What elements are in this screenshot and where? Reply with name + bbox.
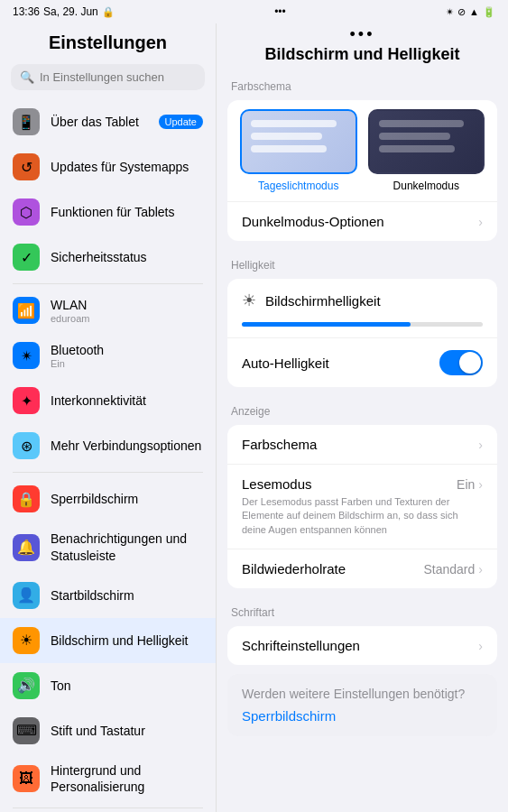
benachrichtigungen-label: Benachrichtigungen und Statusleiste	[51, 531, 203, 563]
lesemodus-label: Lesemodus	[242, 476, 312, 492]
stift-icon: ⌨	[13, 717, 40, 744]
update-badge: Update	[159, 115, 203, 129]
brightness-slider-row	[227, 322, 497, 337]
helligkeit-card: ☀ Bildschirmhelligkeit Auto-Helligkeit	[227, 279, 497, 387]
sidebar-item-stift[interactable]: ⌨ Stift und Tastatur	[0, 708, 216, 753]
dark-label: Dunkelmodus	[393, 180, 459, 192]
sperrbildschirm-label: Sperrbildschirm	[51, 491, 203, 507]
sidebar-item-funktionen[interactable]: ⬡ Funktionen für Tablets	[0, 189, 216, 235]
stift-label: Stift und Tastatur	[51, 723, 203, 739]
bildwiederholrate-label: Bildwiederholrate	[242, 561, 346, 577]
startbildschirm-label: Startbildschirm	[51, 587, 203, 604]
sidebar-item-updates[interactable]: ↺ Updates für Systemapps	[0, 144, 216, 189]
farbschema-card: Tageslichtmodus Dunkelmodus Dunkelmodus-…	[227, 100, 497, 241]
scheme-dark[interactable]: Dunkelmodus	[368, 109, 485, 192]
suggestion-card: Werden weitere Einstellungen benötigt? S…	[227, 674, 497, 736]
sperrbildschirm-icon: 🔒	[13, 485, 40, 512]
schrifteinstellungen-label: Schrifteinstellungen	[242, 638, 360, 653]
auto-helligkeit-label: Auto-Helligkeit	[242, 355, 329, 371]
bluetooth-status-icon: ✴	[446, 6, 454, 18]
status-icons: ✴ ⊘ ▲ 🔋	[446, 6, 495, 18]
benachrichtigungen-icon: 🔔	[13, 534, 40, 561]
sidebar-item-hintergrund[interactable]: 🖼 Hintergrund und Personalisierung	[0, 753, 216, 804]
toggle-knob	[459, 352, 481, 374]
verbindung-label: Mehr Verbindungsoptionen	[51, 438, 203, 454]
lesemodus-value: Ein	[457, 477, 475, 492]
sidebar-item-interkonnekt[interactable]: ✦ Interkonnektivität	[0, 378, 216, 423]
farbschema-chevron: ›	[478, 438, 483, 452]
status-dots: •••	[274, 5, 286, 18]
main-layout: Einstellungen 🔍 📱 Über das Tablet Update…	[0, 23, 508, 812]
sidebar-item-sperrbildschirm[interactable]: 🔒 Sperrbildschirm	[0, 476, 216, 521]
search-icon: 🔍	[20, 70, 34, 84]
divider-3	[13, 807, 203, 808]
bildschirm-label: Bildschirm und Helligkeit	[51, 632, 203, 649]
wifi-status-icon: ⊘	[457, 6, 466, 18]
brightness-label: Bildschirmhelligkeit	[265, 293, 483, 309]
funktionen-label: Funktionen für Tablets	[51, 204, 203, 220]
farbschema-section-label: Farbschema	[217, 71, 508, 97]
lesemodus-chevron: ›	[478, 477, 483, 492]
sidebar-item-verbindung[interactable]: ⊛ Mehr Verbindungsoptionen	[0, 423, 216, 468]
lesemodus-desc: Der Lesemodus passt Farben und Texturen …	[242, 495, 483, 537]
brightness-slider[interactable]	[242, 322, 483, 327]
sidebar-item-tablet[interactable]: 📱 Über das Tablet Update	[0, 99, 216, 144]
signal-status-icon: ▲	[469, 6, 479, 17]
lesemodus-row[interactable]: Lesemodus Ein › Der Lesemodus passt Farb…	[227, 464, 497, 549]
interkonnekt-icon: ✦	[13, 387, 40, 414]
farbschema-row-label: Farbschema	[242, 437, 317, 452]
sidebar-item-bluetooth[interactable]: ✴ Bluetooth Ein	[0, 333, 216, 378]
updates-label: Updates für Systemapps	[51, 159, 203, 175]
brightness-row: ☀ Bildschirmhelligkeit	[227, 279, 497, 322]
helligkeit-section-label: Helligkeit	[217, 250, 508, 275]
status-time: 13:36	[13, 5, 40, 18]
dunkelmodus-optionen-row[interactable]: Dunkelmodus-Optionen ›	[227, 201, 497, 241]
schriftart-section-label: Schriftart	[217, 597, 508, 623]
light-label: Tageslichtmodus	[258, 180, 338, 192]
tablet-label: Über das Tablet	[51, 114, 148, 130]
bluetooth-icon: ✴	[13, 342, 40, 369]
scheme-light[interactable]: Tageslichtmodus	[240, 109, 357, 192]
battery-icon: 🔋	[483, 6, 495, 18]
search-input[interactable]	[40, 70, 196, 84]
bildwiederholrate-chevron: ›	[478, 562, 483, 577]
sidebar-title: Einstellungen	[0, 23, 216, 60]
farbschema-row[interactable]: Farbschema ›	[227, 425, 497, 464]
dunkelmodus-chevron: ›	[478, 215, 483, 229]
interkonnekt-label: Interkonnektivität	[51, 392, 203, 409]
bluetooth-sublabel: Ein	[51, 358, 203, 369]
sicherheit-icon: ✓	[13, 244, 40, 271]
tablet-icon: 📱	[13, 108, 40, 135]
status-bar: 13:36 Sa, 29. Jun 🔒 ••• ✴ ⊘ ▲ 🔋	[0, 0, 508, 23]
schrifteinstellungen-chevron: ›	[478, 639, 483, 653]
wlan-label: WLAN	[51, 297, 203, 313]
ton-label: Ton	[51, 678, 203, 694]
brightness-sun-icon: ☀	[242, 291, 256, 310]
schrifteinstellungen-row[interactable]: Schrifteinstellungen ›	[227, 626, 497, 665]
sidebar-item-wlan[interactable]: 📶 WLAN eduroam	[0, 288, 216, 333]
suggestion-question: Werden weitere Einstellungen benötigt?	[242, 687, 483, 701]
status-date: Sa, 29. Jun	[43, 5, 98, 18]
bluetooth-label: Bluetooth	[51, 342, 203, 358]
anzeige-section-label: Anzeige	[217, 396, 508, 421]
verbindung-icon: ⊛	[13, 432, 40, 459]
sidebar-item-sicherheit[interactable]: ✓ Sicherheitsstatus	[0, 235, 216, 280]
suggestion-link[interactable]: Sperrbildschirm	[242, 708, 483, 724]
divider-2	[13, 472, 203, 473]
auto-helligkeit-toggle[interactable]	[439, 350, 483, 375]
sidebar-item-ton[interactable]: 🔊 Ton	[0, 663, 216, 708]
anzeige-card: Farbschema › Lesemodus Ein › Der Lesemod…	[227, 425, 497, 588]
panel-menu-dots[interactable]: •••	[350, 23, 375, 44]
dunkelmodus-optionen-label: Dunkelmodus-Optionen	[242, 214, 384, 229]
sidebar-item-startbildschirm[interactable]: 👤 Startbildschirm	[0, 573, 216, 618]
sidebar-item-benachrichtigungen[interactable]: 🔔 Benachrichtigungen und Statusleiste	[0, 521, 216, 572]
funktionen-icon: ⬡	[13, 198, 40, 226]
status-lock-icon: 🔒	[102, 6, 115, 18]
bildschirm-icon: ☀	[13, 627, 40, 654]
sidebar-search[interactable]: 🔍	[11, 64, 205, 90]
bildwiederholrate-row[interactable]: Bildwiederholrate Standard ›	[227, 549, 497, 588]
sidebar-item-bildschirm[interactable]: ☀ Bildschirm und Helligkeit	[0, 618, 216, 663]
hintergrund-label: Hintergrund und Personalisierung	[51, 762, 203, 795]
auto-helligkeit-row: Auto-Helligkeit	[227, 337, 497, 387]
updates-icon: ↺	[13, 153, 40, 180]
